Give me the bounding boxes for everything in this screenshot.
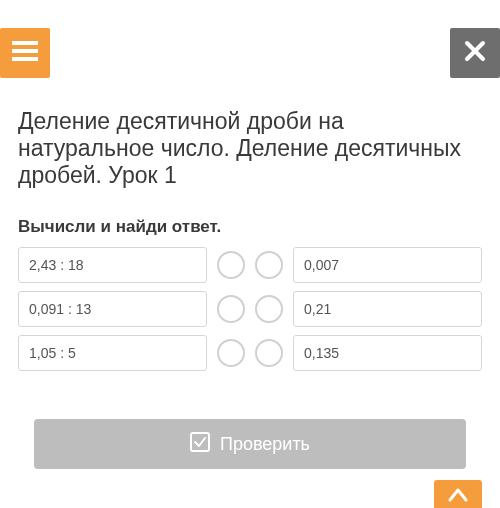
right-cell[interactable]: 0,21 bbox=[293, 291, 482, 327]
top-bar bbox=[0, 0, 500, 70]
right-radio[interactable] bbox=[255, 251, 283, 279]
check-button-label: Проверить bbox=[220, 434, 310, 455]
left-radio[interactable] bbox=[217, 251, 245, 279]
left-cell[interactable]: 0,091 : 13 bbox=[18, 291, 207, 327]
right-cell[interactable]: 0,135 bbox=[293, 335, 482, 371]
menu-button[interactable] bbox=[0, 28, 50, 78]
match-row: 1,05 : 5 0,135 bbox=[18, 335, 482, 371]
svg-rect-5 bbox=[191, 433, 209, 451]
right-radio[interactable] bbox=[255, 339, 283, 367]
match-row: 2,43 : 18 0,007 bbox=[18, 247, 482, 283]
chevron-up-icon bbox=[447, 484, 469, 508]
scroll-top-button[interactable] bbox=[434, 480, 482, 508]
close-icon bbox=[464, 40, 486, 66]
hamburger-icon bbox=[12, 41, 38, 65]
left-cell[interactable]: 1,05 : 5 bbox=[18, 335, 207, 371]
left-radio[interactable] bbox=[217, 339, 245, 367]
left-radio[interactable] bbox=[217, 295, 245, 323]
left-cell[interactable]: 2,43 : 18 bbox=[18, 247, 207, 283]
lesson-title: Деление десятичной дроби на натуральное … bbox=[18, 108, 482, 189]
match-row: 0,091 : 13 0,21 bbox=[18, 291, 482, 327]
check-icon bbox=[190, 432, 210, 457]
svg-rect-0 bbox=[12, 41, 38, 45]
match-area: 2,43 : 18 0,007 0,091 : 13 0,21 1,05 : 5… bbox=[18, 247, 482, 371]
right-radio[interactable] bbox=[255, 295, 283, 323]
right-cell[interactable]: 0,007 bbox=[293, 247, 482, 283]
check-button[interactable]: Проверить bbox=[34, 419, 466, 469]
content: Деление десятичной дроби на натуральное … bbox=[0, 70, 500, 469]
svg-rect-1 bbox=[12, 49, 38, 53]
svg-rect-2 bbox=[12, 57, 38, 61]
close-button[interactable] bbox=[450, 28, 500, 78]
instruction-text: Вычисли и найди ответ. bbox=[18, 217, 482, 237]
